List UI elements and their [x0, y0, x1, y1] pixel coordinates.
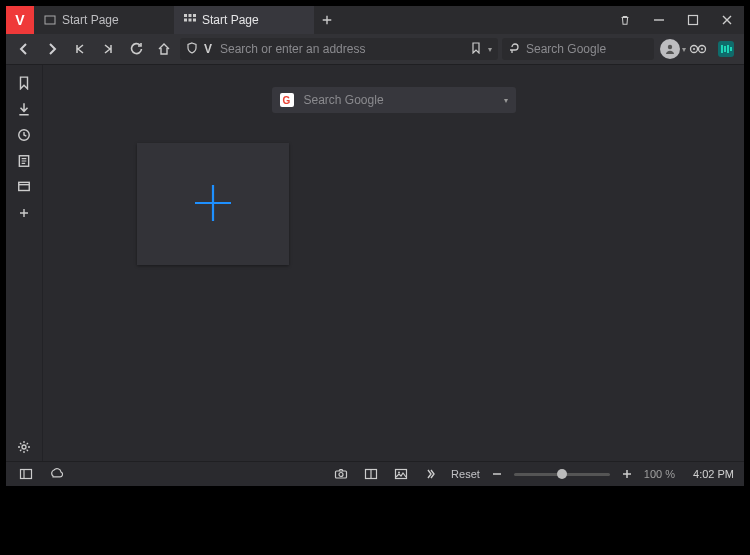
profile-button[interactable]	[660, 39, 680, 59]
address-bar[interactable]: V ▾	[180, 38, 498, 60]
minimize-button[interactable]	[642, 6, 676, 34]
app-menu-button[interactable]: V	[6, 6, 34, 34]
close-button[interactable]	[710, 6, 744, 34]
plus-icon	[191, 181, 235, 228]
browser-frame: V Start Page Start Page	[6, 6, 744, 486]
search-bar[interactable]: ▾	[502, 38, 654, 60]
forward-button[interactable]	[40, 37, 64, 61]
panel-history-button[interactable]	[10, 123, 38, 147]
svg-point-8	[668, 45, 672, 49]
titlebar: V Start Page Start Page	[6, 6, 744, 34]
svg-rect-1	[184, 14, 187, 17]
svg-rect-2	[189, 14, 192, 17]
capture-button[interactable]	[331, 464, 351, 484]
zoom-level-label: 100 %	[644, 468, 675, 480]
zoom-in-button[interactable]	[620, 464, 634, 484]
search-input[interactable]	[524, 41, 678, 57]
panel-add-button[interactable]	[10, 201, 38, 225]
extension-eyes-icon[interactable]	[688, 39, 708, 59]
panel-bookmarks-button[interactable]	[10, 71, 38, 95]
svg-rect-16	[19, 182, 30, 190]
main-area: G ▾	[6, 65, 744, 461]
bookmark-icon[interactable]	[470, 42, 482, 57]
clock[interactable]: 4:02 PM	[693, 468, 734, 480]
toolbar: V ▾ ▾	[6, 34, 744, 65]
window-controls	[608, 6, 744, 34]
tab-title: Start Page	[202, 13, 259, 27]
sync-status-button[interactable]	[46, 464, 66, 484]
speed-dial-grid	[43, 113, 744, 265]
images-toggle-button[interactable]	[391, 464, 411, 484]
panel-notes-button[interactable]	[10, 149, 38, 173]
page-actions-button[interactable]	[421, 464, 441, 484]
speed-dial-add-tile[interactable]	[137, 143, 289, 265]
svg-point-20	[339, 473, 343, 477]
back-button[interactable]	[12, 37, 36, 61]
svg-rect-3	[193, 14, 196, 17]
tab-active[interactable]: Start Page	[174, 6, 314, 34]
panel-downloads-button[interactable]	[10, 97, 38, 121]
site-info-icon: V	[204, 42, 212, 56]
extension-dashlane-icon[interactable]	[716, 39, 736, 59]
maximize-button[interactable]	[676, 6, 710, 34]
svg-rect-4	[184, 19, 187, 22]
tab-title: Start Page	[62, 13, 119, 27]
svg-rect-22	[396, 470, 407, 479]
tab-favicon-icon	[44, 14, 56, 26]
rewind-button[interactable]	[68, 37, 92, 61]
svg-rect-6	[193, 19, 196, 22]
svg-rect-18	[21, 470, 32, 479]
vivaldi-logo-icon: V	[15, 12, 24, 28]
side-panel	[6, 65, 43, 461]
chevron-down-icon[interactable]: ▾	[504, 96, 508, 105]
svg-point-11	[693, 48, 695, 50]
google-icon: G	[280, 93, 294, 107]
zoom-out-button[interactable]	[490, 464, 504, 484]
speed-dial-icon	[184, 14, 196, 26]
svg-point-12	[701, 48, 703, 50]
chevron-down-icon[interactable]: ▾	[682, 45, 686, 54]
svg-rect-0	[45, 16, 55, 24]
svg-rect-5	[189, 19, 192, 22]
svg-rect-7	[689, 16, 698, 25]
search-engine-icon	[508, 42, 520, 57]
svg-point-17	[22, 445, 26, 449]
zoom-reset-button[interactable]: Reset	[451, 468, 480, 480]
home-button[interactable]	[152, 37, 176, 61]
panel-toggle-button[interactable]	[16, 464, 36, 484]
tiling-button[interactable]	[361, 464, 381, 484]
chevron-down-icon[interactable]: ▾	[488, 45, 492, 54]
address-input[interactable]	[218, 41, 464, 57]
zoom-slider[interactable]	[514, 473, 610, 476]
start-page-content: G ▾	[43, 65, 744, 461]
speed-dial-search-input[interactable]	[302, 92, 496, 108]
panel-window-button[interactable]	[10, 175, 38, 199]
settings-button[interactable]	[10, 435, 38, 459]
app-window: V Start Page Start Page	[0, 0, 750, 555]
trash-tab-button[interactable]	[608, 6, 642, 34]
speed-dial-search[interactable]: G ▾	[272, 87, 516, 113]
shield-icon	[186, 42, 198, 57]
fast-forward-button[interactable]	[96, 37, 120, 61]
status-bar: Reset 100 % 4:02 PM	[6, 461, 744, 486]
tab-inactive[interactable]: Start Page	[34, 6, 174, 34]
reload-button[interactable]	[124, 37, 148, 61]
new-tab-button[interactable]	[314, 6, 340, 34]
zoom-slider-thumb[interactable]	[557, 469, 567, 479]
